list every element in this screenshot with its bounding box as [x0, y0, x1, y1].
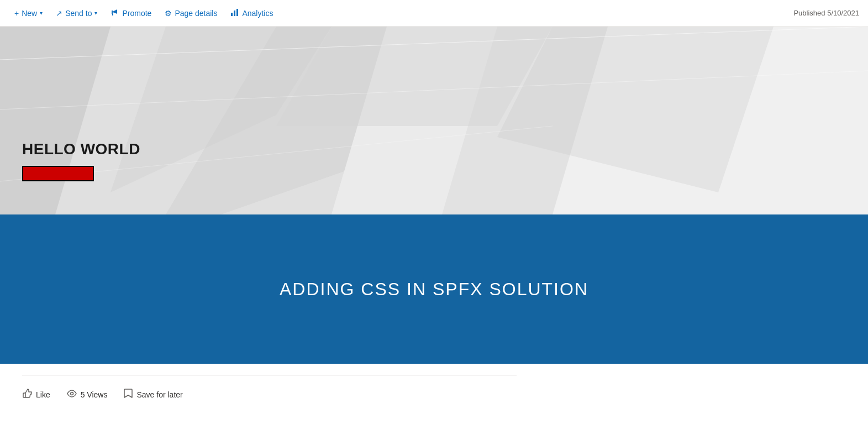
- eye-icon: [67, 389, 77, 401]
- send-to-chevron: ▾: [94, 10, 97, 16]
- blue-section-title: ADDING CSS IN SPFX SOLUTION: [280, 279, 588, 300]
- page-details-button[interactable]: ⚙ Page details: [159, 6, 223, 21]
- views-label: 5 Views: [81, 390, 108, 399]
- plus-icon: +: [14, 9, 19, 18]
- hero-section: HELLO WORLD: [0, 27, 868, 214]
- svg-rect-3: [236, 9, 238, 16]
- toolbar: + New ▾ ↗ Send to ▾ Promote ⚙ Page detai…: [0, 0, 868, 27]
- like-label: Like: [36, 390, 50, 399]
- blue-section: ADDING CSS IN SPFX SOLUTION: [0, 214, 868, 364]
- svg-rect-1: [231, 13, 233, 16]
- analytics-label: Analytics: [242, 9, 273, 18]
- svg-rect-2: [234, 11, 235, 16]
- like-button[interactable]: Like: [22, 386, 50, 403]
- views-button[interactable]: 5 Views: [67, 386, 108, 403]
- hero-background: [0, 27, 868, 214]
- footer-divider: [22, 375, 517, 375]
- new-label: New: [22, 9, 37, 18]
- analytics-icon: [230, 8, 239, 18]
- send-to-label: Send to: [65, 9, 92, 18]
- hero-red-bar: [22, 166, 94, 181]
- footer-area: Like 5 Views Save for later: [0, 364, 868, 414]
- promote-label: Promote: [122, 9, 151, 18]
- save-for-later-label: Save for later: [136, 390, 182, 399]
- hero-content: HELLO WORLD: [22, 140, 140, 181]
- gear-icon: ⚙: [165, 9, 172, 18]
- footer-actions: Like 5 Views Save for later: [22, 386, 846, 403]
- toolbar-left: + New ▾ ↗ Send to ▾ Promote ⚙ Page detai…: [9, 4, 278, 22]
- new-button[interactable]: + New ▾: [9, 6, 48, 21]
- save-for-later-button[interactable]: Save for later: [124, 386, 182, 403]
- published-status: Published 5/10/2021: [793, 9, 859, 17]
- svg-rect-0: [112, 14, 113, 15]
- share-icon: ↗: [56, 9, 62, 18]
- thumbs-up-icon: [22, 389, 32, 401]
- new-chevron: ▾: [40, 10, 43, 16]
- promote-button[interactable]: Promote: [105, 4, 157, 22]
- svg-point-17: [70, 392, 73, 395]
- bookmark-icon: [124, 389, 133, 401]
- send-to-button[interactable]: ↗ Send to ▾: [50, 6, 103, 21]
- page-details-label: Page details: [175, 9, 217, 18]
- hero-title: HELLO WORLD: [22, 140, 140, 158]
- promote-icon: [111, 8, 119, 18]
- analytics-button[interactable]: Analytics: [225, 4, 278, 22]
